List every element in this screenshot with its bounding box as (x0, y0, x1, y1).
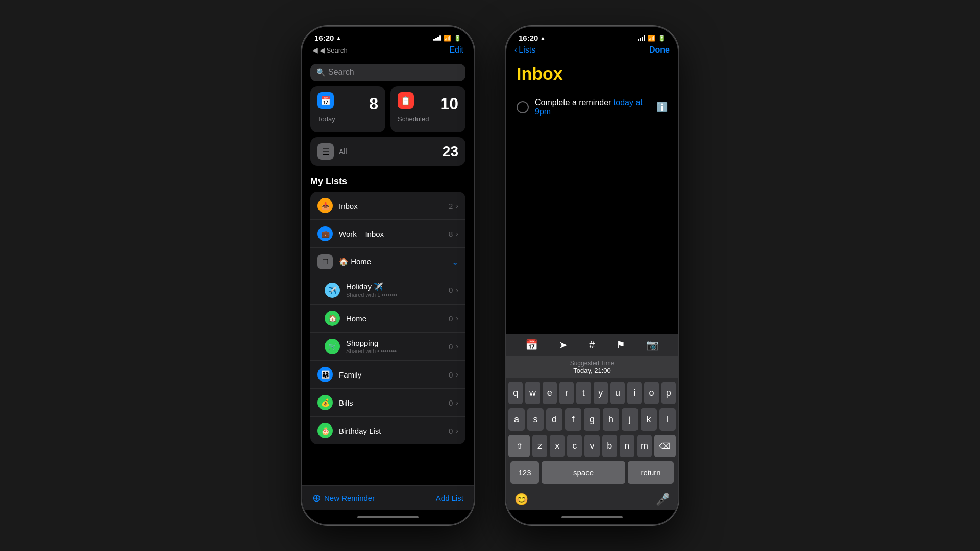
key-numbers[interactable]: 123 (510, 461, 539, 484)
list-item-home[interactable]: 🏠 Home 0 › (310, 305, 465, 333)
key-e[interactable]: e (543, 382, 557, 404)
birthday-name: Birthday List (339, 427, 443, 435)
all-count: 23 (443, 143, 458, 160)
work-inbox-count: 8 (449, 230, 453, 238)
list-item-work-inbox[interactable]: 💼 Work – Inbox 8 › (310, 220, 465, 248)
keyboard-row-2: a s d f g h j k l (508, 408, 676, 431)
home-group-chevron-icon: ⌄ (452, 257, 458, 267)
key-a[interactable]: a (508, 408, 525, 431)
all-card[interactable]: ☰ All 23 (310, 137, 465, 166)
back-button-2[interactable]: ‹ Lists (514, 45, 535, 55)
location-tool-icon[interactable]: ➤ (559, 339, 568, 351)
home-group-name: 🏠 Home (339, 257, 371, 266)
flag-tool-icon[interactable]: ⚑ (616, 339, 625, 351)
key-h[interactable]: h (603, 408, 619, 431)
key-n[interactable]: n (620, 435, 634, 457)
key-f[interactable]: f (565, 408, 581, 431)
reminder-circle-1[interactable] (517, 101, 529, 113)
home-group-header[interactable]: ☐ 🏠 Home ⌄ (310, 248, 465, 276)
search-placeholder-1: Search (328, 68, 354, 77)
nav-bar-2: ‹ Lists Done (506, 44, 678, 59)
inbox-right: 2 › (449, 202, 458, 210)
key-j[interactable]: j (622, 408, 638, 431)
birthday-icon: 🎂 (317, 423, 333, 438)
status-bar-2: 16:20 ▲ 📶 🔋 (506, 27, 678, 44)
home-group-icon: ☐ (317, 254, 333, 269)
shopping-count: 0 (449, 342, 453, 351)
done-button-2[interactable]: Done (649, 45, 670, 55)
key-x[interactable]: x (550, 435, 565, 457)
list-item-birthday[interactable]: 🎂 Birthday List 0 › (310, 417, 465, 444)
list-item-family[interactable]: 👨‍👩‍👧 Family 0 › (310, 361, 465, 389)
scheduled-count: 10 (398, 94, 458, 113)
inbox-name: Inbox (339, 202, 443, 210)
key-u[interactable]: u (610, 382, 625, 404)
key-o[interactable]: o (644, 382, 658, 404)
key-shift[interactable]: ⇧ (508, 435, 530, 457)
home-name: Home (346, 314, 443, 323)
key-l[interactable]: l (659, 408, 676, 431)
bills-info: Bills (339, 398, 443, 407)
bottom-bar-1: ⊕ New Reminder Add List (302, 485, 474, 510)
today-label: Today (317, 115, 378, 123)
key-return[interactable]: return (628, 461, 674, 484)
status-icons-1: 📶 🔋 (433, 35, 461, 42)
key-b[interactable]: b (602, 435, 617, 457)
key-v[interactable]: v (584, 435, 599, 457)
today-card[interactable]: 📅 8 Today (310, 86, 385, 132)
home-count: 0 (449, 314, 453, 323)
scheduled-label: Scheduled (398, 115, 458, 123)
home-bar-1 (357, 516, 419, 518)
key-space[interactable]: space (542, 461, 625, 484)
search-icon-1: 🔍 (316, 68, 325, 77)
suggested-time-value[interactable]: Today, 21:00 (509, 367, 675, 374)
shopping-sub: Shared with • •••••••• (346, 348, 443, 354)
wifi-icon-2: 📶 (648, 35, 655, 42)
emoji-icon[interactable]: 😊 (514, 493, 528, 506)
search-bar-1[interactable]: 🔍 Search (310, 64, 465, 81)
list-item-holiday[interactable]: ✈️ Holiday ✈️ Shared with L •••••••• 0 › (310, 276, 465, 305)
key-r[interactable]: r (559, 382, 574, 404)
edit-button-1[interactable]: Edit (449, 45, 463, 55)
key-i[interactable]: i (627, 382, 642, 404)
key-p[interactable]: p (662, 382, 676, 404)
bills-chevron-icon: › (456, 398, 458, 407)
tag-tool-icon[interactable]: # (589, 339, 595, 351)
back-button-1[interactable]: ◀ ◀ Search (312, 46, 348, 54)
reminder-info-icon[interactable]: ℹ️ (656, 102, 668, 113)
list-item-bills[interactable]: 💰 Bills 0 › (310, 389, 465, 417)
page-title-2: Inbox (517, 64, 668, 84)
scheduled-card[interactable]: 📋 10 Scheduled (390, 86, 465, 132)
keyboard-toolbar: 📅 ➤ # ⚑ 📷 (506, 334, 678, 357)
key-g[interactable]: g (584, 408, 600, 431)
work-inbox-info: Work – Inbox (339, 230, 443, 238)
bills-icon: 💰 (317, 395, 333, 410)
key-c[interactable]: c (567, 435, 582, 457)
lists-container: 📥 Inbox 2 › 💼 Work – Inbox (310, 192, 465, 444)
key-z[interactable]: z (532, 435, 547, 457)
birthday-info: Birthday List (339, 427, 443, 435)
new-reminder-button[interactable]: ⊕ New Reminder (312, 492, 375, 504)
key-d[interactable]: d (546, 408, 562, 431)
key-delete[interactable]: ⌫ (654, 435, 676, 457)
key-w[interactable]: w (525, 382, 540, 404)
key-q[interactable]: q (508, 382, 523, 404)
list-item-inbox[interactable]: 📥 Inbox 2 › (310, 192, 465, 220)
family-icon: 👨‍👩‍👧 (317, 367, 333, 382)
new-reminder-label: New Reminder (324, 494, 375, 503)
all-label: All (339, 147, 437, 156)
calendar-tool-icon[interactable]: 📅 (525, 339, 538, 351)
mic-icon[interactable]: 🎤 (656, 493, 670, 506)
holiday-name: Holiday ✈️ (346, 282, 443, 291)
list-item-shopping[interactable]: 🛒 Shopping Shared with • •••••••• 0 › (310, 333, 465, 361)
holiday-info: Holiday ✈️ Shared with L •••••••• (346, 282, 443, 298)
add-list-button[interactable]: Add List (436, 494, 463, 503)
key-k[interactable]: k (641, 408, 657, 431)
key-t[interactable]: t (576, 382, 591, 404)
bills-name: Bills (339, 398, 443, 407)
key-m[interactable]: m (637, 435, 652, 457)
key-s[interactable]: s (527, 408, 544, 431)
key-y[interactable]: y (594, 382, 608, 404)
camera-tool-icon[interactable]: 📷 (646, 339, 659, 351)
status-time-2: 16:20 (519, 34, 538, 42)
